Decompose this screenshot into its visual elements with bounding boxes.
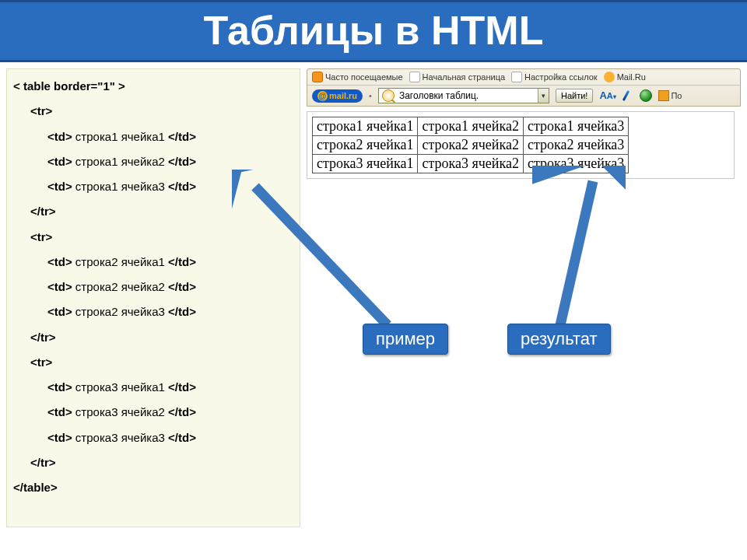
svg-line-0 — [255, 187, 388, 325]
po-cutoff: По — [658, 90, 682, 101]
bookmarks-row: Часто посещаемые Начальная страница Наст… — [307, 69, 740, 86]
at-icon — [604, 72, 615, 82]
table-cell: строка2 ячейка1 — [313, 136, 418, 155]
rendered-page: строка1 ячейка1 строка1 ячейка2 строка1 … — [307, 111, 735, 179]
mailru-badge[interactable]: @ mail.ru — [312, 89, 363, 103]
table-cell: строка2 ячейка3 — [523, 136, 628, 155]
table-cell: строка2 ячейка2 — [418, 136, 523, 155]
code-table-close: </table> — [13, 475, 293, 500]
svg-line-1 — [560, 181, 593, 325]
search-input[interactable] — [398, 89, 538, 103]
page-title: Таблицы в HTML — [0, 7, 747, 54]
result-panel: Часто посещаемые Начальная страница Наст… — [307, 68, 741, 527]
table-cell: строка1 ячейка1 — [313, 117, 418, 136]
po-label: По — [671, 91, 682, 100]
bookmark-label: Настройка ссылок — [524, 72, 598, 82]
code-tr-open: <tr> — [13, 350, 293, 375]
highlight-icon[interactable] — [619, 89, 633, 102]
arrow-result — [532, 166, 626, 333]
globe-icon[interactable] — [640, 89, 652, 102]
code-td: <td> строка3 ячейка2 </td> — [13, 400, 293, 425]
bookmark-home-page[interactable]: Начальная страница — [409, 72, 505, 82]
search-dropdown[interactable] — [538, 89, 549, 103]
title-bar: Таблицы в HTML — [0, 0, 747, 62]
at-icon: @ — [317, 91, 328, 101]
content-area: < table border="1" > <tr> <td> строка1 я… — [0, 62, 747, 534]
code-td: <td> строка3 ячейка3 </td> — [13, 425, 293, 450]
bookmark-label: Mail.Ru — [617, 72, 646, 82]
callout-example: пример — [363, 324, 448, 355]
browser-toolbar: Часто посещаемые Начальная страница Наст… — [307, 68, 741, 107]
arrow-example — [232, 170, 411, 333]
code-td: <td> строка1 ячейка1 </td> — [13, 124, 293, 149]
rss-icon — [312, 72, 323, 82]
mailru-badge-text: mail.ru — [329, 91, 357, 100]
page-icon — [511, 72, 522, 82]
table-cell: строка1 ячейка2 — [418, 117, 523, 136]
code-tr-open: <tr> — [13, 99, 293, 124]
bookmark-link-settings[interactable]: Настройка ссылок — [511, 72, 598, 82]
callout-result: результат — [507, 324, 611, 355]
search-icon — [382, 89, 395, 102]
code-tr-close: </tr> — [13, 450, 293, 475]
search-row: @ mail.ru • Найти! AA▾ По — [307, 86, 740, 106]
table-cell: строка1 ячейка3 — [523, 117, 628, 136]
folder-icon — [658, 90, 669, 101]
bookmark-most-visited[interactable]: Часто посещаемые — [312, 72, 403, 82]
table-cell: строка3 ячейка2 — [418, 155, 523, 173]
code-table-open: < table border="1" > — [13, 74, 293, 99]
find-button[interactable]: Найти! — [556, 89, 593, 103]
table-row: строка1 ячейка1 строка1 ячейка2 строка1 … — [313, 117, 629, 136]
font-size-icon[interactable]: AA▾ — [599, 89, 613, 102]
bookmark-mailru[interactable]: Mail.Ru — [604, 72, 646, 82]
search-box — [378, 88, 549, 103]
page-icon — [409, 72, 420, 82]
code-td: <td> строка3 ячейка1 </td> — [13, 375, 293, 400]
table-row: строка2 ячейка1 строка2 ячейка2 строка2 … — [313, 136, 629, 155]
bookmark-label: Начальная страница — [423, 72, 505, 82]
bookmark-label: Часто посещаемые — [325, 72, 403, 82]
